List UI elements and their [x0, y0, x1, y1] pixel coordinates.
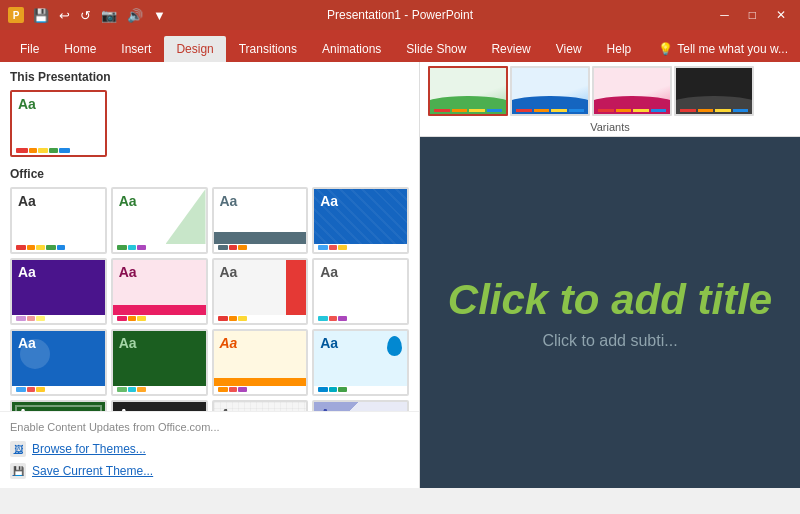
- tab-file[interactable]: File: [8, 36, 51, 62]
- variant-1[interactable]: [428, 66, 508, 116]
- tab-home[interactable]: Home: [52, 36, 108, 62]
- theme-current[interactable]: Aa: [10, 90, 107, 157]
- tell-me-text: Tell me what you w...: [677, 42, 788, 56]
- undo-tool[interactable]: ↩: [56, 8, 73, 23]
- variants-row: Variants: [420, 62, 800, 137]
- theme-retrospect[interactable]: Aa: [111, 258, 208, 325]
- tab-view[interactable]: View: [544, 36, 594, 62]
- theme-facet[interactable]: Aa: [111, 187, 208, 254]
- save-theme-link[interactable]: 💾 Save Current Theme...: [10, 460, 409, 482]
- tab-slideshow[interactable]: Slide Show: [394, 36, 478, 62]
- title-bar: P 💾 ↩ ↺ 📷 🔊 ▼ Presentation1 - PowerPoint…: [0, 0, 800, 30]
- theme-slice[interactable]: Aa: [212, 258, 309, 325]
- app-title: Presentation1 - PowerPoint: [327, 8, 473, 22]
- themes-panel: This Presentation Aa Office: [0, 62, 420, 488]
- office-label: Office: [10, 167, 409, 181]
- tab-transitions[interactable]: Transitions: [227, 36, 309, 62]
- tell-me-area[interactable]: 💡 Tell me what you w...: [646, 36, 800, 62]
- browse-themes-link[interactable]: 🖼 Browse for Themes...: [10, 438, 409, 460]
- variants-thumbs: [420, 62, 800, 121]
- ribbon-tabs: File Home Insert Design Transitions Anim…: [0, 30, 800, 62]
- slide-title[interactable]: Click to add title: [440, 276, 780, 324]
- theme-circuit[interactable]: Aa: [111, 329, 208, 396]
- themes-footer: Enable Content Updates from Office.com..…: [0, 411, 419, 488]
- variant-3[interactable]: [592, 66, 672, 116]
- variant-2[interactable]: [510, 66, 590, 116]
- present-tool[interactable]: 📷: [98, 8, 120, 23]
- tab-design[interactable]: Design: [164, 36, 225, 62]
- slide-content: Click to add title Click to add subti...: [420, 256, 800, 370]
- theme-frame[interactable]: Aa: [10, 400, 107, 411]
- redo-tool[interactable]: ↺: [77, 8, 94, 23]
- lightbulb-icon: 💡: [658, 42, 673, 56]
- theme-integral[interactable]: Aa: [212, 187, 309, 254]
- save-icon: 💾: [10, 463, 26, 479]
- themes-scroll[interactable]: This Presentation Aa Office: [0, 62, 419, 411]
- variant-4[interactable]: [674, 66, 754, 116]
- tab-insert[interactable]: Insert: [109, 36, 163, 62]
- theme-damask[interactable]: Aa: [212, 329, 309, 396]
- theme-metropolitan[interactable]: Aa: [312, 400, 409, 411]
- tab-review[interactable]: Review: [479, 36, 542, 62]
- slide-main[interactable]: Click to add title Click to add subti...: [420, 137, 800, 488]
- theme-mesh[interactable]: Aa: [212, 400, 309, 411]
- restore-button[interactable]: □: [743, 8, 762, 22]
- close-button[interactable]: ✕: [770, 8, 792, 22]
- theme-wisp[interactable]: Aa: [312, 258, 409, 325]
- minimize-button[interactable]: ─: [714, 8, 735, 22]
- browse-icon: 🖼: [10, 441, 26, 457]
- tab-animations[interactable]: Animations: [310, 36, 393, 62]
- theme-ion[interactable]: Aa: [312, 187, 409, 254]
- variants-label: Variants: [420, 121, 800, 136]
- main-content: This Presentation Aa Office: [0, 62, 800, 488]
- window-controls: ─ □ ✕: [714, 8, 792, 22]
- enable-updates-text: Enable Content Updates from Office.com..…: [10, 418, 409, 438]
- slide-subtitle[interactable]: Click to add subti...: [440, 332, 780, 350]
- app-icon: P: [8, 7, 24, 23]
- office-themes-grid: Aa Aa: [10, 187, 409, 411]
- current-theme-grid: Aa: [10, 90, 409, 157]
- theme-ion-boardroom[interactable]: Aa: [10, 258, 107, 325]
- theme-droplet[interactable]: Aa: [312, 329, 409, 396]
- title-bar-left: P 💾 ↩ ↺ 📷 🔊 ▼: [8, 7, 169, 23]
- save-tool[interactable]: 💾: [30, 8, 52, 23]
- theme-gallery[interactable]: Aa: [111, 400, 208, 411]
- quick-access-toolbar: 💾 ↩ ↺ 📷 🔊 ▼: [30, 8, 169, 23]
- slide-panel: Variants Click to add title Click to add…: [420, 62, 800, 488]
- theme-office[interactable]: Aa: [10, 187, 107, 254]
- theme-badge[interactable]: Aa: [10, 329, 107, 396]
- audio-tool[interactable]: 🔊: [124, 8, 146, 23]
- dropdown-tool[interactable]: ▼: [150, 8, 169, 23]
- this-presentation-label: This Presentation: [10, 70, 409, 84]
- tab-help[interactable]: Help: [595, 36, 644, 62]
